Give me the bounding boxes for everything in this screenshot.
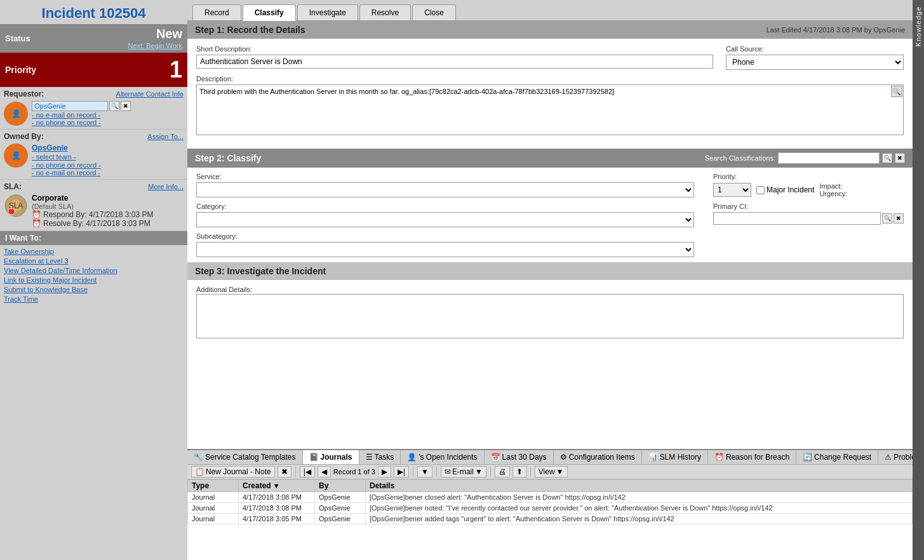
short-desc-input[interactable]	[196, 55, 713, 69]
requestor-name-input[interactable]	[32, 101, 108, 111]
row0-by: OpsGenie	[315, 492, 366, 503]
requestor-clear-btn[interactable]: ✖	[121, 101, 131, 111]
sla-resolve-value: Resolve By: 4/17/2018 3:03 PM	[43, 219, 151, 228]
bottom-tab-problem[interactable]: ⚠ Problem	[878, 450, 913, 464]
export-btn[interactable]: ⬆	[512, 466, 526, 477]
row2-created: 4/17/2018 3:05 PM	[239, 514, 315, 524]
search-class-clear-btn[interactable]: ✖	[895, 153, 905, 163]
first-record-btn[interactable]: |◀	[300, 466, 315, 477]
step1-row2: Description: Third problem with the Auth…	[196, 75, 904, 137]
table-row[interactable]: Journal 4/17/2018 3:05 PM OpsGenie [OpsG…	[188, 514, 913, 524]
email-btn[interactable]: ✉ E-mail ▼	[441, 466, 486, 477]
delete-journal-btn[interactable]: ✖	[278, 466, 291, 477]
no-phone-link[interactable]: - no phone on record -	[32, 119, 184, 126]
table-row[interactable]: Journal 4/17/2018 3:08 PM OpsGenie [OpsG…	[188, 492, 913, 503]
table-row[interactable]: Journal 4/17/2018 3:08 PM OpsGenie [OpsG…	[188, 503, 913, 514]
no-email-link[interactable]: - no e-mail on record -	[32, 111, 184, 119]
tab-record[interactable]: Record	[192, 4, 241, 20]
new-journal-btn[interactable]: 📋 New Journal - Note	[191, 466, 275, 477]
step3-wrapper: Step 3: Investigate the Incident Additio…	[187, 262, 913, 352]
col-details[interactable]: Details	[366, 480, 913, 492]
track-time-link[interactable]: Track Time	[4, 295, 184, 303]
major-incident-checkbox[interactable]	[756, 186, 765, 194]
description-textarea[interactable]: Third problem with the Authentication Se…	[196, 84, 904, 135]
owner-name[interactable]: OpsGenie	[32, 143, 101, 152]
email-icon: ✉	[445, 467, 451, 476]
bottom-tab-config-items[interactable]: ⚙ Configuration Items	[554, 450, 642, 464]
tab-investigate[interactable]: Investigate	[297, 4, 358, 20]
additional-details-label: Additional Details:	[196, 286, 252, 293]
requestor-lookup-btn[interactable]: 🔍	[109, 101, 119, 111]
toolbar-sep4	[490, 467, 491, 477]
bottom-tab-open-incidents[interactable]: 👤 's Open Incidents	[401, 450, 484, 464]
bottom-tab-tasks[interactable]: ☰ Tasks	[359, 450, 401, 464]
tab-resolve[interactable]: Resolve	[359, 4, 411, 20]
sla-label: SLA:	[4, 182, 22, 191]
subcategory-select[interactable]	[196, 242, 694, 257]
col-by[interactable]: By	[315, 480, 366, 492]
next-record-btn[interactable]: ▶	[378, 466, 391, 477]
bottom-tab-slm-history[interactable]: 📊 SLM History	[642, 450, 708, 464]
owner-no-phone[interactable]: - no phone on record -	[32, 161, 101, 169]
reason-breach-icon: ⏰	[714, 453, 724, 462]
bottom-tab-change-request[interactable]: 🔄 Change Request	[796, 450, 878, 464]
step1-title: Step 1: Record the Details	[195, 25, 305, 35]
last-record-btn[interactable]: ▶|	[394, 466, 409, 477]
priority-select[interactable]: 1234	[713, 183, 751, 197]
next-begin-work-link[interactable]: Next: Begin Work	[128, 42, 182, 50]
prev-record-btn[interactable]: ◀	[318, 466, 331, 477]
row0-created: 4/17/2018 3:08 PM	[239, 492, 315, 503]
link-major-incident-link[interactable]: Link to Existing Major Incident	[4, 276, 184, 284]
knowledge-bar[interactable]: Knowledge	[913, 0, 924, 560]
assign-to-link[interactable]: Assign To...	[147, 133, 184, 140]
priority-bar: Priority 1	[0, 53, 187, 87]
bottom-tabs: 🔧 Service Catalog Templates 📓 Journals ☰…	[187, 450, 913, 465]
view-btn[interactable]: View ▼	[535, 466, 568, 477]
bottom-tab-service-catalog[interactable]: 🔧 Service Catalog Templates	[187, 450, 303, 464]
take-ownership-link[interactable]: Take Ownership	[4, 248, 184, 255]
tab-classify[interactable]: Classify	[243, 4, 296, 21]
sidebar: Incident 102504 Status New Next: Begin W…	[0, 0, 187, 560]
col-created[interactable]: Created ▼	[239, 480, 315, 492]
tab-close[interactable]: Close	[412, 4, 456, 20]
service-select[interactable]	[196, 182, 694, 197]
sla-desc: (Default SLA)	[32, 203, 153, 210]
email-arrow-icon: ▼	[475, 467, 483, 476]
priority-row: 1234 Major Incident Impact: Urgency:	[713, 182, 904, 197]
select-team-link[interactable]: - select team -	[32, 153, 76, 161]
submit-kb-link[interactable]: Submit to Knowledge Base	[4, 286, 184, 293]
row2-type: Journal	[188, 514, 239, 524]
bottom-tab-reason-breach[interactable]: ⏰ Reason for Breach	[708, 450, 796, 464]
bottom-panel: 🔧 Service Catalog Templates 📓 Journals ☰…	[187, 449, 913, 560]
sla-more-link[interactable]: More Info...	[148, 183, 184, 190]
search-class-search-btn[interactable]: 🔍	[882, 153, 892, 163]
alternate-contact-link[interactable]: Alternate Contact Info	[116, 90, 184, 98]
bottom-tab-last30[interactable]: 📅 Last 30 Days	[485, 450, 554, 464]
urgency-label: Urgency:	[819, 190, 847, 197]
escalation-link[interactable]: Escalation at Level 3	[4, 257, 184, 265]
description-zoom-icon[interactable]: 🔍	[891, 86, 902, 97]
call-source-select[interactable]: Phone	[726, 55, 904, 70]
primary-ci-input[interactable]	[713, 212, 881, 225]
col-type[interactable]: Type	[188, 480, 239, 492]
bottom-tab-journals[interactable]: 📓 Journals	[303, 450, 359, 464]
status-label: Status	[5, 34, 30, 43]
search-class-input[interactable]	[778, 152, 880, 164]
last30-icon: 📅	[491, 453, 500, 462]
main-content: Record Classify Investigate Resolve Clos…	[187, 0, 913, 560]
primary-ci-col: Primary CI: 🔍 ✖	[713, 203, 904, 225]
additional-details-textarea[interactable]	[196, 294, 904, 338]
filter-btn[interactable]: ▼	[417, 466, 432, 477]
print-btn[interactable]: 🖨	[495, 466, 510, 477]
major-incident-check[interactable]: Major Incident	[756, 185, 814, 194]
requestor-area: 👤 🔍 ✖ - no e-mail on record - - no phone…	[4, 101, 184, 126]
owner-no-email[interactable]: - no e-mail on record -	[32, 169, 101, 177]
owner-avatar: 👤	[4, 143, 28, 168]
view-datetime-link[interactable]: View Detailed Date/Time Information	[4, 267, 184, 274]
category-select[interactable]	[196, 212, 694, 227]
step3-title: Step 3: Investigate the Incident	[195, 266, 326, 276]
primary-ci-clear-btn[interactable]: ✖	[894, 213, 904, 223]
primary-ci-row: 🔍 ✖	[713, 212, 904, 225]
short-desc-label: Short Description:	[196, 45, 713, 53]
primary-ci-lookup-btn[interactable]: 🔍	[882, 213, 892, 223]
